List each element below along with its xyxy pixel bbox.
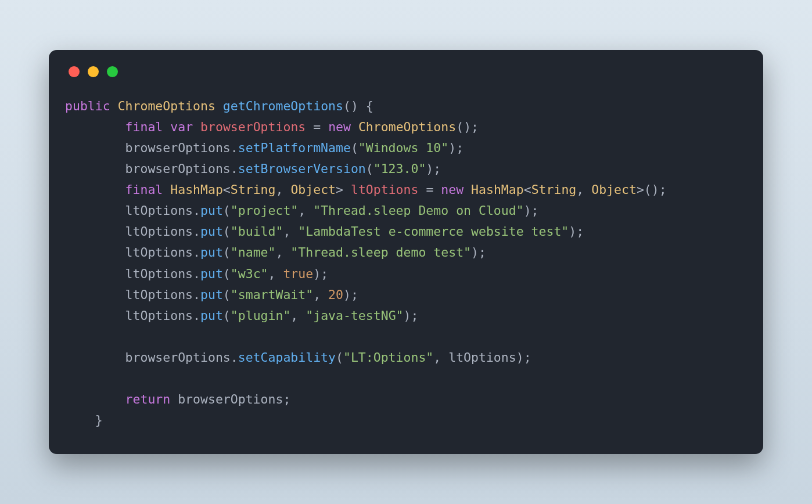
code-token (306, 120, 313, 134)
code-token: var (170, 120, 193, 134)
code-token: ltOptions. (65, 267, 200, 281)
code-line: ltOptions.put("smartWait", 20); (65, 285, 747, 305)
code-block: public ChromeOptions getChromeOptions() … (65, 96, 747, 431)
code-token: "java-testNG" (306, 308, 403, 323)
code-line (65, 368, 747, 389)
code-token: "123.0" (373, 161, 426, 176)
code-token: ltOptions. (65, 308, 200, 323)
code-line: ltOptions.put("build", "LambdaTest e-com… (65, 221, 747, 242)
code-token: browserOptions. (65, 161, 238, 176)
code-token: ( (351, 141, 358, 155)
code-token: return (125, 392, 171, 406)
code-token: ( (336, 350, 343, 365)
code-token: put (200, 203, 223, 218)
code-token: put (200, 287, 223, 302)
code-token: ); (343, 287, 358, 302)
code-token: browserOptions. (65, 141, 238, 155)
code-token: String (531, 182, 577, 197)
code-line: return browserOptions; (65, 389, 747, 410)
code-token: , (313, 287, 328, 302)
code-token: setCapability (238, 350, 336, 365)
code-token: "w3c" (231, 267, 268, 281)
code-line: ltOptions.put("w3c", true); (65, 264, 747, 285)
code-token: >(); (637, 182, 667, 197)
code-token: put (200, 267, 223, 281)
code-line: final var browserOptions = new ChromeOpt… (65, 117, 747, 138)
code-token: ltOptions. (65, 245, 200, 260)
code-token: "plugin" (231, 308, 291, 323)
code-token: put (200, 308, 223, 323)
code-token: , (576, 182, 591, 197)
code-line: browserOptions.setPlatformName("Windows … (65, 138, 747, 159)
code-token: ( (223, 224, 231, 239)
code-token: ChromeOptions (118, 99, 215, 113)
maximize-icon[interactable] (107, 66, 118, 77)
code-token: > (336, 182, 351, 197)
code-token: ( (223, 308, 231, 323)
code-token: ( (223, 287, 231, 302)
code-token: , (298, 203, 313, 218)
code-token: , (275, 245, 290, 260)
code-window: public ChromeOptions getChromeOptions() … (49, 50, 763, 455)
code-token: = (418, 182, 441, 197)
code-line: browserOptions.setBrowserVersion("123.0"… (65, 159, 747, 179)
code-token: , (275, 182, 290, 197)
code-token: ); (471, 245, 486, 260)
code-token: ltOptions (351, 182, 419, 197)
code-token: HashMap (170, 182, 223, 197)
code-token: 20 (328, 287, 343, 302)
code-token: } (65, 413, 103, 427)
code-token: ); (426, 161, 441, 176)
code-token (110, 99, 118, 113)
code-line: ltOptions.put("project", "Thread.sleep D… (65, 200, 747, 221)
code-line: } (65, 410, 747, 431)
code-token: "Thread.sleep Demo on Cloud" (313, 203, 523, 218)
code-token: ); (313, 267, 328, 281)
code-line: public ChromeOptions getChromeOptions() … (65, 96, 747, 117)
code-token: ); (524, 203, 539, 218)
code-token: ); (404, 308, 419, 323)
code-token: ( (223, 267, 231, 281)
code-token (193, 120, 200, 134)
code-token: setPlatformName (238, 141, 351, 155)
code-line (65, 326, 747, 347)
code-token: "Windows 10" (358, 141, 448, 155)
code-token: ltOptions. (65, 203, 200, 218)
code-token: "LT:Options" (343, 350, 433, 365)
code-token: "Thread.sleep demo test" (290, 245, 471, 260)
code-token: new (441, 182, 464, 197)
code-token: browserOptions (200, 120, 306, 134)
code-token (215, 99, 223, 113)
code-token (351, 120, 358, 134)
code-token: getChromeOptions (223, 99, 343, 113)
code-token: put (200, 245, 223, 260)
code-line: ltOptions.put("name", "Thread.sleep demo… (65, 242, 747, 263)
code-token: final (125, 120, 163, 134)
code-token: browserOptions. (65, 350, 238, 365)
code-line: final HashMap<String, Object> ltOptions … (65, 179, 747, 200)
code-token (65, 182, 125, 197)
code-token: "build" (231, 224, 283, 239)
code-token: ltOptions. (65, 287, 200, 302)
code-token: ); (569, 224, 584, 239)
code-token: < (223, 182, 231, 197)
minimize-icon[interactable] (88, 66, 99, 77)
code-token (65, 120, 125, 134)
code-line: ltOptions.put("plugin", "java-testNG"); (65, 305, 747, 326)
code-token: , (283, 224, 298, 239)
code-token: String (231, 182, 276, 197)
code-token: public (65, 99, 110, 113)
code-token: put (200, 224, 223, 239)
code-token: HashMap (471, 182, 524, 197)
code-token: "smartWait" (231, 287, 313, 302)
code-token: Object (591, 182, 637, 197)
close-icon[interactable] (69, 66, 80, 77)
code-token: "name" (231, 245, 276, 260)
code-token: ( (223, 203, 231, 218)
code-line: browserOptions.setCapability("LT:Options… (65, 347, 747, 368)
code-token: Object (290, 182, 336, 197)
code-token: "project" (231, 203, 299, 218)
code-token: (); (456, 120, 479, 134)
code-token: ChromeOptions (358, 120, 456, 134)
code-token: , (290, 308, 306, 323)
